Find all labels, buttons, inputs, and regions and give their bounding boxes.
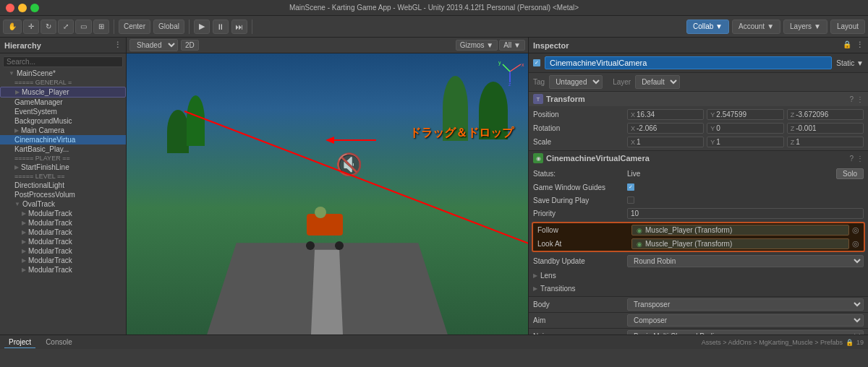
save-during-play-checkbox[interactable]: [627, 197, 634, 204]
hierarchy-item-bgmusic[interactable]: BackgroundMusic: [0, 116, 126, 126]
lookat-select-icon[interactable]: ◎: [852, 239, 859, 249]
scale-z-field[interactable]: Z1: [787, 137, 864, 147]
cm-options-icon[interactable]: ⋮: [856, 155, 864, 163]
project-tab[interactable]: Project: [4, 337, 35, 348]
hierarchy-item-modulartrack5[interactable]: ▶ModularTrack: [0, 246, 126, 256]
console-tab[interactable]: Console: [41, 337, 77, 347]
scale-x-field[interactable]: X1: [627, 137, 704, 147]
noise-row: Noise Basic Multi Channel Perlin: [529, 329, 868, 334]
scale-y-field[interactable]: Y1: [707, 137, 783, 147]
hierarchy-item-modulartrack6[interactable]: ▶ModularTrack: [0, 256, 126, 265]
hierarchy-title: Hierarchy: [4, 41, 41, 50]
transform-options-icon[interactable]: ⋮: [856, 95, 864, 103]
account-button[interactable]: Account ▼: [732, 20, 780, 34]
close-button[interactable]: [6, 4, 14, 12]
follow-select-icon[interactable]: ◎: [852, 225, 859, 235]
body-row: Body Transposer: [529, 297, 868, 312]
noise-select[interactable]: Basic Multi Channel Perlin: [627, 330, 864, 334]
position-z-field[interactable]: Z-3.672096: [787, 109, 864, 120]
pivot-button[interactable]: Center: [119, 20, 150, 34]
hierarchy-item-gamemanager[interactable]: GameManager: [0, 98, 126, 107]
assets-path: Assets > AddOns > MgKarting_Muscle > Pre…: [702, 339, 843, 346]
scene-right-tools: Gizmos ▼ All ▼: [456, 40, 525, 51]
hierarchy-item-level-sep[interactable]: ===== LEVEL ==: [0, 172, 126, 181]
play-button[interactable]: ▶: [194, 20, 210, 34]
follow-ref-field[interactable]: ◉ Muscle_Player (Transform): [631, 225, 849, 236]
hierarchy-item-modulartrack4[interactable]: ▶ModularTrack: [0, 237, 126, 246]
lock-icon[interactable]: 🔒: [843, 40, 851, 50]
hand-tool[interactable]: ✋: [3, 20, 22, 34]
priority-field[interactable]: 10: [627, 208, 864, 219]
game-view: Shaded 2D Gizmos ▼ All ▼: [127, 38, 528, 334]
hierarchy-item-general[interactable]: ===== GENERAL =: [0, 78, 126, 87]
hierarchy-item-modulartrack7[interactable]: ▶ModularTrack: [0, 265, 126, 275]
hierarchy-item-postprocess[interactable]: PostProcessVolum: [0, 190, 126, 199]
hierarchy-content: ▼ MainScene* ===== GENERAL = ▶ Muscle_Pl…: [0, 53, 126, 334]
rotate-tool[interactable]: ↻: [41, 20, 56, 34]
move-tool[interactable]: ✛: [23, 20, 39, 34]
layer-select[interactable]: Default: [635, 75, 680, 89]
lens-row[interactable]: ▶ Lens: [529, 269, 868, 282]
hierarchy-item-ovaltrack[interactable]: ▼ OvalTrack: [0, 199, 126, 209]
hierarchy-item-eventsystem[interactable]: EventSystem: [0, 107, 126, 116]
transitions-label: Transitions: [540, 285, 576, 293]
follow-label: Follow: [537, 226, 631, 234]
all-button[interactable]: All ▼: [499, 40, 525, 51]
hierarchy-item-dirlight[interactable]: DirectionalLight: [0, 181, 126, 190]
static-label[interactable]: Static ▼: [836, 59, 864, 67]
cinemachine-header[interactable]: ◉ CinemachineVirtualCamera ? ⋮: [529, 151, 868, 165]
status-value: Live: [627, 170, 836, 178]
minimize-button[interactable]: [18, 4, 27, 12]
sep2: [189, 20, 190, 34]
transform-header[interactable]: T Transform ? ⋮: [529, 92, 868, 106]
object-name-field[interactable]: CinemachineVirtualCamera: [545, 56, 832, 69]
hierarchy-search-input[interactable]: [3, 56, 123, 67]
hierarchy-item-cinemachine[interactable]: CinemachineVirtua: [0, 135, 126, 144]
rotation-y-field[interactable]: Y0: [707, 123, 783, 134]
hierarchy-item-kartbasic[interactable]: KartBasic_Play...: [0, 144, 126, 154]
collab-button[interactable]: Collab ▼: [686, 20, 729, 34]
rect-tool[interactable]: ▭: [75, 20, 92, 34]
solo-button[interactable]: Solo: [836, 168, 864, 179]
space-button[interactable]: Global: [153, 20, 184, 34]
game-window-guides-row: Game Window Guides ✓: [529, 181, 868, 194]
tag-select[interactable]: Untagged: [549, 75, 603, 89]
hierarchy-panel: Hierarchy ⋮ ▼ MainScene* ===== GENERAL =…: [0, 38, 127, 334]
rotation-x-field[interactable]: X-2.066: [627, 123, 704, 134]
layers-button[interactable]: Layers ▼: [783, 20, 827, 34]
game-window-guides-checkbox[interactable]: ✓: [627, 184, 634, 191]
inspector-options-icon[interactable]: ⋮: [856, 40, 864, 50]
lookat-ref-field[interactable]: ◉ Muscle_Player (Transform): [631, 238, 849, 249]
scale-tool[interactable]: ⤢: [58, 20, 74, 34]
hierarchy-item-modulartrack1[interactable]: ▶ModularTrack: [0, 209, 126, 218]
object-enable-checkbox[interactable]: ✓: [533, 59, 540, 66]
hierarchy-item-muscle-player[interactable]: ▶ Muscle_Player: [0, 87, 126, 98]
cm-info-icon[interactable]: ?: [849, 155, 854, 163]
lens-label: Lens: [540, 272, 556, 280]
2d-button[interactable]: 2D: [181, 40, 199, 51]
tag-layer-row: Tag Untagged Layer Default: [529, 73, 868, 92]
hierarchy-options[interactable]: ⋮: [114, 40, 122, 50]
hierarchy-item-player-sep[interactable]: ===== PLAYER ==: [0, 154, 126, 163]
position-y-field[interactable]: Y2.547599: [707, 109, 783, 120]
rotation-z-field[interactable]: Z-0.001: [787, 123, 864, 134]
hierarchy-item-startfinish[interactable]: ▶ StartFinishLine: [0, 163, 126, 172]
combo-tool[interactable]: ⊞: [93, 20, 109, 34]
hierarchy-item-maincamera[interactable]: ▶ Main Camera: [0, 126, 126, 135]
aim-select[interactable]: Composer: [627, 314, 864, 327]
transitions-row[interactable]: ▶ Transitions: [529, 282, 868, 295]
body-select[interactable]: Transposer: [627, 298, 864, 311]
transform-info-icon[interactable]: ?: [849, 95, 854, 103]
shading-dropdown[interactable]: Shaded: [129, 39, 178, 51]
hierarchy-item-modulartrack2[interactable]: ▶ModularTrack: [0, 218, 126, 228]
maximize-button[interactable]: [30, 4, 39, 12]
position-x-field[interactable]: X16.34: [627, 109, 704, 120]
hierarchy-item-mainscene[interactable]: ▼ MainScene*: [0, 69, 126, 78]
gizmos-button[interactable]: Gizmos ▼: [456, 40, 498, 51]
layout-button[interactable]: Layout: [830, 20, 865, 34]
standby-update-select[interactable]: Round Robin: [627, 255, 864, 267]
step-button[interactable]: ⏭: [231, 20, 247, 34]
hierarchy-item-modulartrack3[interactable]: ▶ModularTrack: [0, 228, 126, 237]
pause-button[interactable]: ⏸: [213, 20, 229, 34]
transform-title: Transform: [546, 95, 846, 103]
